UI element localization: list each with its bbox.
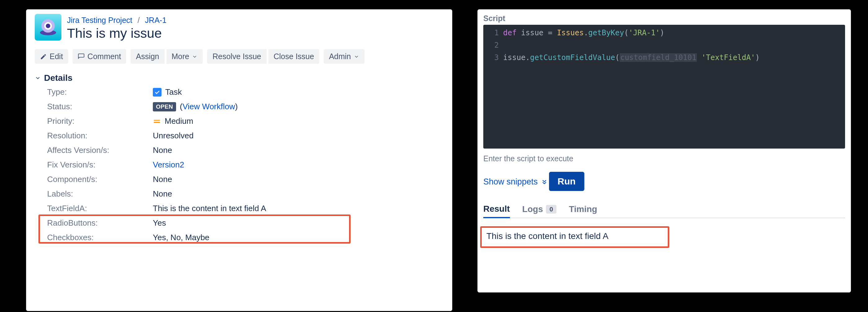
field-label-labels: Labels: bbox=[47, 189, 151, 199]
script-hint: Enter the script to execute bbox=[483, 154, 845, 163]
field-label-textfielda: TextFieldA: bbox=[47, 204, 151, 213]
field-value-checkboxes: Yes, No, Maybe bbox=[153, 233, 444, 242]
field-label-resolution: Resolution: bbox=[47, 131, 151, 141]
field-label-priority: Priority: bbox=[47, 116, 151, 126]
field-value-components: None bbox=[153, 175, 444, 184]
field-value-affects: None bbox=[153, 145, 444, 155]
resolve-issue-button[interactable]: Resolve Issue bbox=[207, 49, 266, 64]
result-text: This is the content in text field A bbox=[486, 231, 609, 241]
double-chevron-down-icon bbox=[541, 179, 548, 185]
tab-result-label: Result bbox=[483, 204, 510, 214]
field-label-status: Status: bbox=[47, 102, 151, 111]
field-value-resolution: Unresolved bbox=[153, 131, 444, 141]
script-console-panel: Script 123 def issue = Issues.getByKey('… bbox=[477, 9, 851, 292]
field-value-fix: Version2 bbox=[153, 160, 444, 170]
field-value-type: Task bbox=[153, 87, 444, 97]
close-issue-button[interactable]: Close Issue bbox=[269, 49, 320, 64]
comment-label: Comment bbox=[87, 52, 121, 61]
issue-toolbar: Edit Comment Assign More Resolve Issue C… bbox=[35, 49, 444, 64]
field-value-textfielda: This is the content in text field A bbox=[153, 204, 444, 213]
assign-label: Assign bbox=[136, 52, 159, 61]
project-avatar-icon bbox=[37, 16, 59, 38]
field-label-affects: Affects Version/s: bbox=[47, 145, 151, 155]
field-label-radiobuttons: RadioButtons: bbox=[47, 218, 151, 228]
project-avatar bbox=[35, 14, 61, 40]
tab-logs-label: Logs bbox=[522, 204, 543, 214]
tab-logs[interactable]: Logs 0 bbox=[522, 203, 557, 218]
close-label: Close Issue bbox=[274, 52, 314, 61]
assign-button[interactable]: Assign bbox=[130, 49, 164, 64]
code-editor[interactable]: 123 def issue = Issues.getByKey('JRA-1')… bbox=[483, 25, 845, 148]
fix-version-link[interactable]: Version2 bbox=[153, 160, 184, 170]
priority-value-text: Medium bbox=[165, 116, 193, 126]
result-tabs: Result Logs 0 Timing bbox=[483, 203, 845, 218]
tab-timing[interactable]: Timing bbox=[569, 203, 597, 218]
run-label: Run bbox=[558, 176, 576, 186]
pencil-icon bbox=[40, 53, 47, 60]
code-content: def issue = Issues.getByKey('JRA-1') iss… bbox=[503, 25, 845, 148]
script-heading: Script bbox=[483, 14, 845, 23]
show-snippets-link[interactable]: Show snippets bbox=[483, 177, 548, 187]
run-button[interactable]: Run bbox=[549, 172, 584, 191]
result-output: This is the content in text field A bbox=[483, 226, 845, 247]
show-snippets-label: Show snippets bbox=[483, 177, 538, 187]
field-label-checkboxes: Checkboxes: bbox=[47, 233, 151, 242]
field-label-components: Component/s: bbox=[47, 175, 151, 184]
field-value-labels: None bbox=[153, 189, 444, 199]
comment-icon bbox=[78, 53, 85, 60]
collapse-icon bbox=[35, 75, 41, 81]
field-value-status: OPEN (View Workflow) bbox=[153, 102, 444, 111]
type-value-text: Task bbox=[165, 87, 182, 97]
more-button[interactable]: More bbox=[166, 49, 203, 64]
breadcrumb: Jira Testing Project / JRA-1 bbox=[67, 14, 166, 25]
field-label-fix: Fix Version/s: bbox=[47, 160, 151, 170]
admin-button[interactable]: Admin bbox=[323, 49, 365, 64]
priority-medium-icon bbox=[153, 117, 161, 125]
chevron-down-icon bbox=[354, 54, 359, 60]
details-section-header[interactable]: Details bbox=[35, 73, 444, 83]
resolve-label: Resolve Issue bbox=[212, 52, 261, 61]
chevron-down-icon bbox=[192, 54, 197, 60]
field-value-radiobuttons: Yes bbox=[153, 218, 444, 228]
svg-point-3 bbox=[46, 24, 50, 28]
logs-count-badge: 0 bbox=[546, 205, 556, 214]
tab-result[interactable]: Result bbox=[483, 203, 510, 218]
details-grid: Type: Task Status: OPEN (View Workflow) … bbox=[47, 87, 444, 242]
breadcrumb-project-link[interactable]: Jira Testing Project bbox=[67, 16, 132, 25]
field-label-type: Type: bbox=[47, 87, 151, 97]
admin-label: Admin bbox=[329, 52, 351, 61]
breadcrumb-issue-link[interactable]: JRA-1 bbox=[145, 16, 166, 25]
code-gutter: 123 bbox=[483, 25, 503, 148]
breadcrumb-separator: / bbox=[137, 16, 140, 25]
edit-label: Edit bbox=[50, 52, 63, 61]
view-workflow-link[interactable]: View Workflow bbox=[183, 102, 235, 111]
edit-button[interactable]: Edit bbox=[35, 49, 68, 64]
more-label: More bbox=[172, 52, 189, 61]
issue-title: This is my issue bbox=[67, 26, 166, 40]
details-heading: Details bbox=[44, 73, 72, 83]
field-value-priority: Medium bbox=[153, 116, 444, 126]
comment-button[interactable]: Comment bbox=[72, 49, 126, 64]
tab-timing-label: Timing bbox=[569, 204, 597, 214]
status-badge: OPEN bbox=[153, 102, 176, 111]
task-icon bbox=[153, 88, 161, 97]
jira-issue-panel: Jira Testing Project / JRA-1 This is my … bbox=[26, 9, 452, 311]
